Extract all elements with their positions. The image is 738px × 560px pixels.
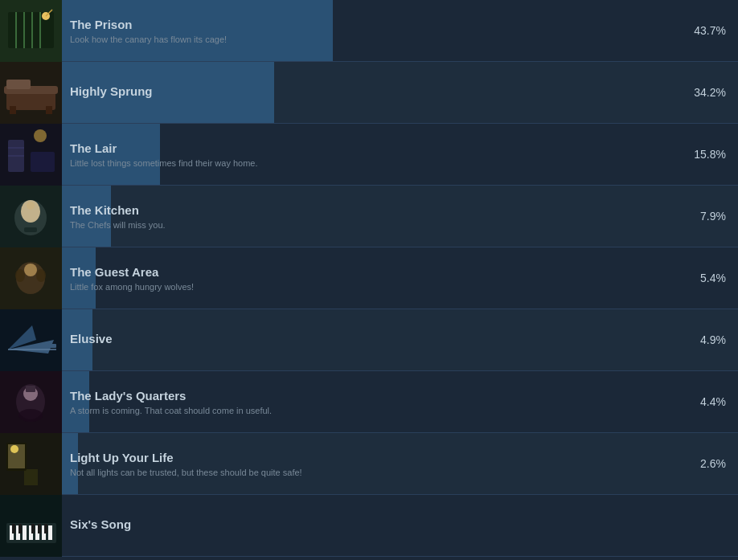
- achievement-pct-quarters: 4.4%: [682, 395, 738, 408]
- svg-rect-11: [6, 80, 31, 89]
- achievement-row-lair[interactable]: The LairLittle lost things sometimes fin…: [0, 124, 738, 186]
- svg-rect-49: [23, 525, 27, 540]
- achievement-title-quarters: The Lady's Quarters: [70, 389, 674, 403]
- achievement-desc-guest: Little fox among hungry wolves!: [70, 282, 674, 292]
- achievement-title-sprung: Highly Sprung: [70, 84, 674, 98]
- achievement-desc-quarters: A storm is coming. That coat should come…: [70, 406, 674, 415]
- svg-rect-57: [38, 524, 41, 533]
- svg-point-27: [24, 264, 37, 276]
- achievement-thumb-lair: [0, 124, 62, 186]
- svg-rect-18: [31, 152, 55, 172]
- svg-rect-24: [24, 227, 37, 232]
- achievement-thumb-prison: [0, 0, 62, 62]
- svg-point-39: [18, 409, 43, 422]
- achievement-bar-area-elusive: Elusive: [62, 309, 682, 370]
- svg-rect-33: [48, 344, 56, 348]
- svg-point-19: [34, 129, 47, 142]
- svg-rect-12: [10, 106, 16, 114]
- svg-point-28: [15, 269, 25, 282]
- achievement-thumb-sprung: [0, 62, 62, 124]
- achievement-pct-sprung: 34.2%: [682, 86, 738, 99]
- svg-rect-54: [12, 524, 15, 533]
- achievement-bar-area-song: Six's Song: [62, 495, 682, 556]
- achievement-pct-prison: 43.7%: [682, 24, 738, 37]
- achievement-thumb-guest: [0, 247, 62, 309]
- achievement-desc-kitchen: The Chefs will miss you.: [70, 220, 674, 230]
- svg-rect-41: [24, 469, 38, 485]
- svg-rect-53: [48, 525, 52, 540]
- achievement-thumb-quarters: [0, 371, 62, 433]
- achievement-thumb-kitchen: [0, 186, 62, 247]
- achievement-title-song: Six's Song: [70, 517, 674, 531]
- svg-rect-55: [18, 524, 22, 533]
- achievement-bar-area-prison: The PrisonLook how the canary has flown …: [62, 0, 682, 61]
- achievement-row-quarters[interactable]: The Lady's QuartersA storm is coming. Th…: [0, 371, 738, 433]
- svg-rect-13: [46, 106, 52, 114]
- achievement-desc-lair: Little lost things sometimes find their …: [70, 158, 674, 168]
- achievement-row-guest[interactable]: The Guest AreaLittle fox among hungry wo…: [0, 247, 738, 309]
- achievement-row-song[interactable]: Six's Song: [0, 495, 738, 557]
- achievement-desc-light: Not all lights can be trusted, but these…: [70, 468, 674, 477]
- svg-point-29: [36, 269, 46, 282]
- achievement-bar-area-quarters: The Lady's QuartersA storm is coming. Th…: [62, 371, 682, 432]
- svg-rect-56: [31, 524, 35, 533]
- achievement-row-elusive[interactable]: Elusive4.9%: [0, 309, 738, 371]
- achievement-pct-lair: 15.8%: [682, 148, 738, 161]
- achievement-title-prison: The Prison: [70, 18, 674, 31]
- svg-rect-38: [26, 386, 35, 392]
- svg-point-23: [27, 202, 35, 210]
- achievement-bar-area-light: Light Up Your LifeNot all lights can be …: [62, 433, 682, 494]
- achievement-title-guest: The Guest Area: [70, 265, 674, 279]
- achievement-list: The PrisonLook how the canary has flown …: [0, 0, 738, 557]
- achievement-thumb-song: [0, 495, 62, 557]
- achievement-thumb-light: [0, 433, 62, 495]
- svg-point-44: [10, 445, 18, 453]
- achievement-bar-area-kitchen: The KitchenThe Chefs will miss you.: [62, 186, 682, 247]
- achievement-bar-area-guest: The Guest AreaLittle fox among hungry wo…: [62, 247, 682, 309]
- achievement-thumb-elusive: [0, 309, 62, 371]
- achievement-pct-guest: 5.4%: [682, 272, 738, 284]
- achievement-title-kitchen: The Kitchen: [70, 203, 674, 217]
- achievement-row-sprung[interactable]: Highly Sprung34.2%: [0, 62, 738, 124]
- achievement-title-elusive: Elusive: [70, 332, 674, 345]
- achievement-desc-prison: Look how the canary has flown its cage!: [70, 35, 674, 44]
- achievement-row-kitchen[interactable]: The KitchenThe Chefs will miss you.7.9%: [0, 186, 738, 247]
- achievement-title-light: Light Up Your Life: [70, 451, 674, 464]
- achievement-pct-elusive: 4.9%: [682, 333, 738, 346]
- svg-rect-58: [44, 524, 47, 533]
- achievement-title-lair: The Lair: [70, 141, 674, 155]
- achievement-row-light[interactable]: Light Up Your LifeNot all lights can be …: [0, 433, 738, 495]
- achievement-pct-kitchen: 7.9%: [682, 210, 738, 223]
- achievement-bar-area-lair: The LairLittle lost things sometimes fin…: [62, 124, 682, 185]
- achievement-row-prison[interactable]: The PrisonLook how the canary has flown …: [0, 0, 738, 62]
- achievement-bar-area-sprung: Highly Sprung: [62, 62, 682, 123]
- achievement-pct-light: 2.6%: [682, 457, 738, 470]
